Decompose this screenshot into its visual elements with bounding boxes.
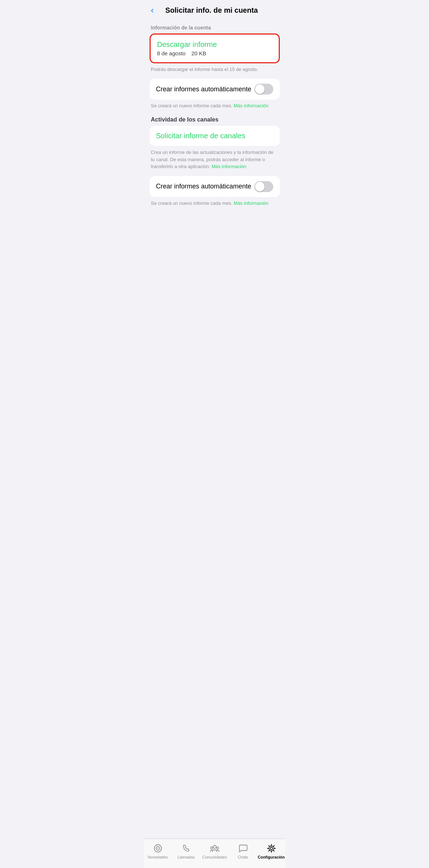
comunidades-label: Comunidades [202,855,227,859]
auto-reports-more-info-2[interactable]: Más información [234,200,268,206]
channel-report-title: Solicitar informe de canales [156,132,273,140]
svg-point-3 [213,845,216,848]
auto-reports-info-1: Se creará un nuevo informe cada mes. Más… [144,100,286,109]
download-report-date: 8 de agosto [157,50,186,56]
auto-reports-toggle-2[interactable] [254,181,273,192]
svg-point-5 [217,847,219,849]
nav-item-comunidades[interactable]: Comunidades [200,842,229,861]
configuracion-icon [266,843,277,853]
nav-item-chats[interactable]: Chats [229,842,257,861]
novedades-icon [153,843,163,853]
channel-activity-section-label: Actividad de los canales [144,109,286,126]
chats-icon [238,843,248,853]
nav-item-novedades[interactable]: Novedades [144,842,172,861]
channel-report-more-info[interactable]: Más información [211,164,246,169]
auto-reports-toggle-card-2: Crear informes automáticamente [150,176,280,197]
svg-point-7 [269,846,274,851]
svg-point-6 [270,847,273,850]
chats-label: Chats [238,855,248,859]
nav-item-llamadas[interactable]: Llamadas [172,842,200,861]
bottom-nav: Novedades Llamadas Comunidades [144,839,286,868]
download-report-card[interactable]: Descargar informe 8 de agosto 20 KB [150,33,280,63]
download-report-title: Descargar informe [157,40,272,49]
auto-reports-label-1: Crear informes automáticamente [156,85,251,93]
llamadas-label: Llamadas [178,855,195,859]
download-report-subtitle: Podrás descargar el informe hasta el 15 … [144,63,286,73]
svg-point-2 [157,848,158,849]
auto-reports-toggle-1[interactable] [254,84,273,95]
download-report-size: 20 KB [191,50,206,56]
svg-point-4 [211,847,213,849]
nav-item-configuracion[interactable]: Configuración [257,842,286,861]
llamadas-icon [181,843,191,853]
download-report-meta: 8 de agosto 20 KB [157,50,272,56]
configuracion-label: Configuración [258,855,285,859]
header: ‹ Solicitar info. de mi cuenta [144,0,286,19]
channel-report-card[interactable]: Solicitar informe de canales [150,126,280,146]
account-info-section-label: Información de la cuenta [144,19,286,33]
auto-reports-info-2: Se creará un nuevo informe cada mes. Más… [144,197,286,207]
auto-reports-more-info-1[interactable]: Más información [234,103,268,108]
auto-reports-label-2: Crear informes automáticamente [156,183,251,190]
toggle-knob-2 [255,182,265,191]
back-button[interactable]: ‹ [151,6,154,15]
toggle-knob-1 [255,84,265,94]
page-title: Solicitar info. de mi cuenta [158,6,265,15]
channel-report-description: Crea un informe de las actualizaciones y… [144,146,286,170]
comunidades-icon [210,843,220,853]
content: Información de la cuenta Descargar infor… [144,19,286,839]
novedades-label: Novedades [148,855,168,859]
auto-reports-toggle-card-1: Crear informes automáticamente [150,79,280,100]
